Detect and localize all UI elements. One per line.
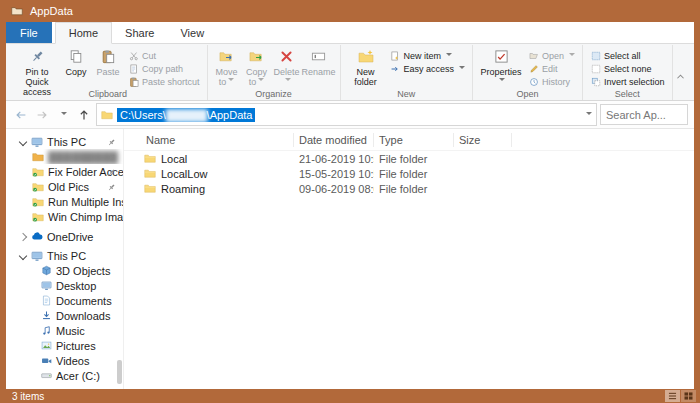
sidebar-item-pictures[interactable]: Pictures <box>6 338 123 353</box>
back-button[interactable] <box>12 106 30 124</box>
open-button[interactable]: Open <box>525 49 578 62</box>
sidebar-item-label: Old Pics <box>48 181 89 193</box>
move-to-button[interactable]: Move to <box>212 46 242 87</box>
rename-button[interactable]: Rename <box>302 46 336 77</box>
sidebar-item-pinned-folder[interactable]: █████████ <box>6 149 123 164</box>
folder-icon <box>11 5 23 17</box>
file-row[interactable]: Roaming 09-06-2019 08:07 File folder <box>124 181 694 196</box>
sidebar-item-win-chimp-image[interactable]: Win Chimp Image <box>6 209 123 224</box>
file-row[interactable]: LocalLow 15-05-2019 10:58 File folder <box>124 166 694 181</box>
picture-icon <box>40 340 52 352</box>
group-label-organize: Organize <box>208 89 340 100</box>
column-header-size[interactable]: Size <box>454 133 512 147</box>
sidebar-quick-root[interactable]: This PC <box>6 134 123 149</box>
navigation-pane: This PC █████████ <box>6 129 123 389</box>
sidebar-item-old-pics[interactable]: Old Pics <box>6 179 123 194</box>
new-folder-button[interactable]: New folder <box>345 46 387 87</box>
copy-to-button[interactable]: Copy to <box>242 46 272 87</box>
column-header-type[interactable]: Type <box>374 133 454 147</box>
tab-share[interactable]: Share <box>112 22 167 43</box>
title-bar[interactable]: AppData <box>0 0 700 22</box>
sidebar-item-music[interactable]: Music <box>6 323 123 338</box>
edit-button[interactable]: Edit <box>525 62 578 75</box>
invert-selection-label: Invert selection <box>604 77 665 87</box>
sidebar-item-label: Documents <box>56 295 112 307</box>
pin-icon[interactable] <box>107 137 116 146</box>
select-all-button[interactable]: Select all <box>587 49 668 62</box>
column-header-date-modified[interactable]: Date modified <box>294 133 374 147</box>
folder-icon <box>144 153 156 165</box>
history-button[interactable]: History <box>525 75 578 88</box>
pin-icon[interactable] <box>107 167 116 176</box>
address-bar[interactable]: C:\Users\██████\AppData <box>96 103 597 126</box>
address-dropdown-caret-icon[interactable] <box>586 112 592 118</box>
status-bar: 3 items <box>0 389 44 403</box>
file-row[interactable]: Local 21-06-2019 10:51 File folder <box>124 151 694 166</box>
sidebar-item-label: Run Multiple Instanc <box>48 196 123 208</box>
file-type: File folder <box>374 168 454 180</box>
thumbnails-view-button[interactable] <box>681 390 696 402</box>
paste-button[interactable]: Paste <box>91 46 125 77</box>
delete-button[interactable]: Delete <box>272 46 302 87</box>
up-button[interactable] <box>75 106 93 124</box>
sidebar-item-run-multiple-instances[interactable]: Run Multiple Instanc <box>6 194 123 209</box>
sidebar-item-documents[interactable]: Documents <box>6 293 123 308</box>
column-header-name[interactable]: Name <box>124 133 294 147</box>
explorer-window: AppData File Home Share View Pin to Quic… <box>0 0 700 403</box>
collapse-ribbon-icon[interactable] <box>676 66 685 84</box>
copy-path-button[interactable]: Copy path <box>125 62 203 75</box>
sidebar-item-this-pc[interactable]: This PC <box>6 248 123 263</box>
new-item-icon <box>390 50 401 61</box>
path-suffix: \AppData <box>207 109 253 121</box>
easy-access-button[interactable]: Easy access <box>387 62 469 75</box>
recent-locations-caret-icon[interactable] <box>54 106 72 124</box>
cut-label: Cut <box>142 51 156 61</box>
invert-selection-button[interactable]: Invert selection <box>587 75 668 88</box>
forward-button[interactable] <box>33 106 51 124</box>
file-list: Name Date modified Type Size Local 21-06… <box>123 129 694 389</box>
path-hidden-segment: ██████ <box>166 109 207 121</box>
pin-icon[interactable] <box>107 152 116 161</box>
sidebar-item-downloads[interactable]: Downloads <box>6 308 123 323</box>
paste-icon <box>99 48 117 65</box>
history-icon <box>528 76 539 87</box>
folder-synced-icon <box>32 211 44 223</box>
cut-button[interactable]: Cut <box>125 49 203 62</box>
move-to-icon <box>218 48 236 65</box>
easy-access-icon <box>390 63 401 74</box>
search-input[interactable] <box>600 104 688 125</box>
tab-view[interactable]: View <box>167 22 217 43</box>
address-path-selected: C:\Users\██████\AppData <box>117 108 255 122</box>
sidebar-item-onedrive[interactable]: OneDrive <box>6 229 123 244</box>
new-item-button[interactable]: New item <box>387 49 469 62</box>
group-label-select: Select <box>583 89 672 100</box>
sidebar-item-desktop[interactable]: Desktop <box>6 278 123 293</box>
file-date: 15-05-2019 10:58 <box>294 168 374 180</box>
sidebar-item-fix-folder-access[interactable]: Fix Folder Access Der <box>6 164 123 179</box>
sidebar-item-3d-objects[interactable]: 3D Objects <box>6 263 123 278</box>
dropdown-caret-icon <box>569 53 575 59</box>
sidebar-item-drive-c[interactable]: Acer (C:) <box>6 368 123 383</box>
tab-home[interactable]: Home <box>55 22 112 44</box>
copy-button[interactable]: Copy <box>61 46 91 77</box>
column-headers: Name Date modified Type Size <box>124 129 694 151</box>
pin-icon[interactable] <box>107 182 116 191</box>
select-none-button[interactable]: Select none <box>587 62 668 75</box>
chevron-right-icon[interactable] <box>19 232 27 240</box>
chevron-down-icon[interactable] <box>19 137 27 145</box>
file-name: Roaming <box>161 183 205 195</box>
details-view-button[interactable] <box>665 390 680 402</box>
new-folder-icon <box>357 48 375 65</box>
sidebar-scrollbar-thumb[interactable] <box>117 360 122 384</box>
tab-file[interactable]: File <box>6 22 52 43</box>
properties-button[interactable]: Properties <box>477 46 525 87</box>
paste-shortcut-button[interactable]: Paste shortcut <box>125 75 203 88</box>
ribbon-group-organize: Move to Copy to Delete <box>208 45 341 100</box>
copy-path-icon <box>128 63 139 74</box>
group-label-new: New <box>341 89 473 100</box>
sidebar-item-videos[interactable]: Videos <box>6 353 123 368</box>
column-header-label: Date modified <box>299 134 367 146</box>
item-count: 3 items <box>12 391 44 402</box>
rename-icon <box>310 48 328 65</box>
chevron-down-icon[interactable] <box>19 251 27 259</box>
